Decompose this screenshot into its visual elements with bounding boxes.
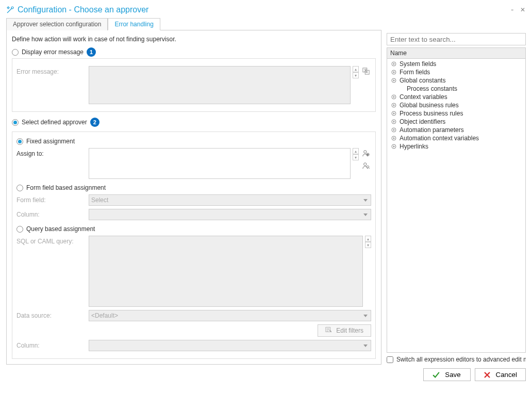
tree-item-label: Process business rules (400, 110, 463, 117)
tree-item-label: Context variables (400, 93, 447, 101)
radio-display-error[interactable] (12, 49, 19, 56)
radio-query[interactable] (16, 226, 23, 233)
tree-item[interactable]: Automation parameters (387, 126, 525, 134)
tree-item-label: Hyperlinks (400, 143, 428, 150)
error-message-panel: Error message: ▴▾ 文A (12, 58, 376, 112)
radio-fixed[interactable] (16, 138, 23, 145)
tree-item[interactable]: Object identifiers (387, 118, 525, 126)
tree-item[interactable]: Global business rules (387, 101, 525, 109)
option-query[interactable]: Query based assignment (16, 225, 371, 233)
query-title: Query based assignment (26, 225, 95, 233)
tree-item-label: Automation parameters (400, 126, 464, 134)
query-column-select (89, 340, 371, 351)
tab-approver-selection[interactable]: Approver selection configuration (6, 18, 108, 30)
datasource-label: Data source: (16, 310, 89, 319)
svg-text:A: A (366, 71, 368, 74)
formfield-column-select (89, 209, 371, 220)
error-message-input (89, 66, 351, 104)
assign-scroll: ▴▾ (353, 148, 359, 160)
search-user-icon[interactable] (361, 160, 371, 171)
option-formfield[interactable]: Form field based assignment (16, 184, 371, 191)
tree-item-label: Automation context variables (400, 135, 479, 142)
tree-body: System fieldsForm fieldsGlobal constants… (387, 59, 525, 352)
tree-item-label: Object identifiers (400, 118, 445, 125)
expand-icon[interactable] (390, 78, 397, 83)
translate-icon[interactable]: 文A (361, 66, 371, 76)
select-defined-label: Select defined approver (22, 119, 87, 126)
save-label: Save (445, 371, 460, 379)
assign-to-input[interactable] (89, 148, 351, 179)
maximize-icon[interactable]: ▫ (509, 7, 516, 13)
tree-item[interactable]: Process business rules (387, 109, 525, 118)
config-window: Configuration - Choose an approver ▫ ✕ A… (0, 0, 532, 394)
cancel-button[interactable]: Cancel (475, 368, 526, 381)
window-title: Configuration - Choose an approver (18, 5, 509, 14)
svg-point-5 (364, 151, 367, 153)
tree-item[interactable]: Context variables (387, 93, 525, 101)
tree-item[interactable]: Global constants (387, 76, 525, 85)
sql-label: SQL or CAML query: (16, 236, 89, 245)
tree-item[interactable]: System fields (387, 60, 525, 68)
edit-filters-button: Edit filters (318, 324, 371, 337)
save-button[interactable]: Save (423, 368, 471, 381)
datasource-select: <Default> (89, 310, 371, 321)
tabs: Approver selection configuration Error h… (6, 18, 381, 30)
tab-content: Define how action will work in case of n… (6, 30, 381, 365)
tab-error-handling[interactable]: Error handling (108, 18, 160, 30)
formfield-select: Select (89, 194, 371, 206)
radio-formfield[interactable] (16, 185, 23, 191)
option-display-error[interactable]: Display error message 1 (12, 47, 376, 57)
badge-2: 2 (90, 118, 99, 127)
expand-icon[interactable] (390, 127, 397, 133)
error-message-label: Error message: (16, 66, 89, 75)
expand-icon[interactable] (390, 119, 397, 124)
formfield-column-label: Column: (16, 209, 89, 218)
search-input[interactable] (387, 33, 526, 45)
sql-input (89, 236, 363, 307)
tree-item-label: Global business rules (400, 102, 459, 109)
close-icon[interactable]: ✕ (520, 7, 526, 13)
assign-to-label: Assign to: (16, 148, 89, 157)
edit-filters-label: Edit filters (336, 327, 363, 334)
svg-point-0 (11, 7, 13, 9)
expand-icon[interactable] (390, 103, 397, 108)
switch-advanced-label: Switch all expression editors to advance… (396, 356, 526, 363)
footer: Save Cancel (6, 368, 526, 381)
textarea-scroll: ▴▾ (353, 66, 359, 78)
expand-icon[interactable] (390, 136, 397, 141)
tree-item-label: Process constants (407, 85, 457, 92)
tree-header[interactable]: Name (387, 48, 525, 59)
expand-icon[interactable] (390, 61, 397, 67)
svg-point-7 (364, 163, 367, 166)
sql-scroll: ▴▾ (365, 236, 371, 248)
tree-item[interactable]: Process constants (387, 85, 525, 93)
expand-icon[interactable] (390, 70, 397, 75)
formfield-title: Form field based assignment (26, 184, 106, 191)
formfield-label: Form field: (16, 194, 89, 204)
option-select-defined[interactable]: Select defined approver 2 (12, 118, 376, 127)
option-fixed[interactable]: Fixed assignment (16, 138, 371, 145)
tree-item-label: Form fields (400, 69, 430, 76)
titlebar: Configuration - Choose an approver ▫ ✕ (6, 2, 526, 18)
right-column: Name System fieldsForm fieldsGlobal cons… (387, 18, 526, 363)
badge-1: 1 (87, 47, 96, 57)
switch-advanced-row[interactable]: Switch all expression editors to advance… (387, 356, 526, 363)
radio-select-defined[interactable] (12, 119, 19, 126)
approver-panel: Fixed assignment Assign to: ▴▾ (12, 132, 376, 359)
add-user-icon[interactable] (361, 148, 371, 158)
expand-icon[interactable] (390, 111, 397, 116)
display-error-label: Display error message (22, 48, 84, 56)
tree-item[interactable]: Form fields (387, 68, 525, 76)
query-column-label: Column: (16, 340, 89, 349)
tree-panel: Name System fieldsForm fieldsGlobal cons… (387, 47, 526, 353)
tree-item[interactable]: Hyperlinks (387, 142, 525, 151)
tree-item-label: Global constants (400, 77, 445, 84)
switch-advanced-checkbox[interactable] (387, 356, 393, 363)
expand-icon[interactable] (390, 94, 397, 100)
tree-item[interactable]: Automation context variables (387, 134, 525, 142)
intro-text: Define how action will work in case of n… (12, 36, 376, 43)
expand-icon[interactable] (390, 144, 397, 149)
cancel-label: Cancel (496, 371, 518, 379)
config-icon (6, 6, 14, 14)
filter-icon (325, 326, 332, 335)
